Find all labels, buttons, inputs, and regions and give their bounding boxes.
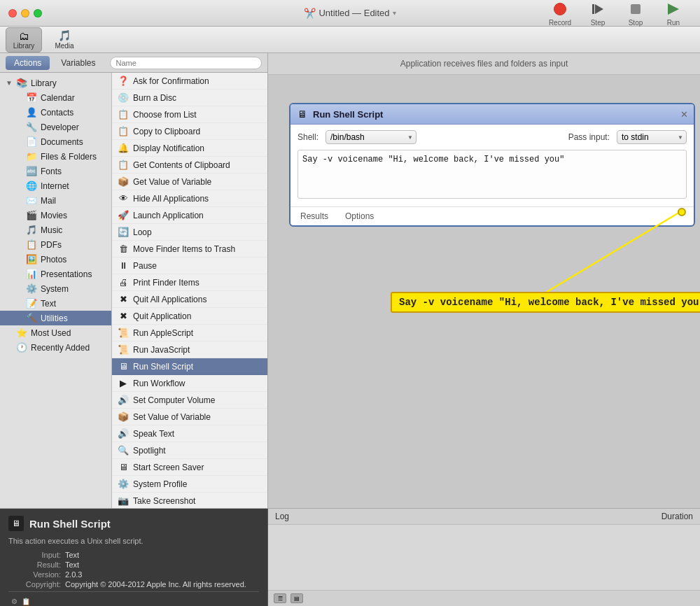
log-footer-btn1[interactable]: ☰ <box>274 593 286 603</box>
tree-item-most-used[interactable]: ⭐Most Used <box>0 325 111 340</box>
tree-item-system[interactable]: ⚙️System <box>0 281 111 296</box>
tree-item-calendar[interactable]: 📅Calendar <box>0 90 111 105</box>
tab-actions[interactable]: Actions <box>6 56 50 70</box>
action-item-choose-from-list[interactable]: 📋Choose from List <box>112 106 267 123</box>
info-val: Copyright © 2004-2012 Apple Inc. All rig… <box>65 580 259 589</box>
log-panel: Log Duration ☰ ▤ <box>268 509 700 606</box>
action-item-launch-application[interactable]: 🚀Launch Application <box>112 207 267 224</box>
action-item-label: Set Computer Volume <box>133 395 215 405</box>
action-item-get-contents-of-clipboard[interactable]: 📋Get Contents of Clipboard <box>112 157 267 174</box>
tree-item-documents[interactable]: 📄Documents <box>0 134 111 149</box>
record-icon <box>550 0 570 19</box>
tree-item-label: Utilities <box>41 313 68 323</box>
media-icon: 🎵 <box>58 29 71 42</box>
action-item-run-javascript[interactable]: 📜Run JavaScript <box>112 341 267 358</box>
action-item-speak-text[interactable]: 🔊Speak Text <box>112 425 267 442</box>
action-item-icon: 📋 <box>118 126 129 136</box>
tree-item-utilities[interactable]: 🔨Utilities <box>0 311 111 325</box>
tree-item-developer[interactable]: 🔧Developer <box>0 120 111 134</box>
tree-item-mail[interactable]: ✉️Mail <box>0 193 111 208</box>
action-item-spotlight[interactable]: 🔍Spotlight <box>112 442 267 459</box>
action-item-quit-application[interactable]: ✖Quit Application <box>112 308 267 325</box>
record-button[interactable]: Record <box>542 0 578 29</box>
action-item-burn-a-disc[interactable]: 💿Burn a Disc <box>112 90 267 106</box>
bottom-area: 🖥 Run Shell Script This action executes … <box>0 508 700 606</box>
tree-item-music[interactable]: 🎵Music <box>0 223 111 237</box>
action-item-run-workflow[interactable]: ▶Run Workflow <box>112 375 267 392</box>
log-footer: ☰ ▤ <box>268 590 700 606</box>
main-toolbar: 🗂 Library 🎵 Media <box>0 27 700 53</box>
tree-item-recently-added[interactable]: 🕐Recently Added <box>0 340 111 355</box>
action-item-run-applescript[interactable]: 📜Run AppleScript <box>112 325 267 341</box>
action-item-copy-to-clipboard[interactable]: 📋Copy to Clipboard <box>112 123 267 140</box>
action-item-ask-for-confirmation[interactable]: ❓Ask for Confirmation <box>112 73 267 90</box>
stop-button[interactable]: Stop <box>617 0 654 29</box>
tree-item-label: Text <box>41 299 56 309</box>
action-item-label: Launch Application <box>133 211 204 220</box>
tree-item-presentations[interactable]: 📊Presentations <box>0 267 111 281</box>
action-item-label: Choose from List <box>133 110 197 120</box>
shell-label: Shell: <box>298 132 318 142</box>
media-button[interactable]: 🎵 Media <box>46 27 83 52</box>
tree-item-icon: 🕐 <box>16 342 27 353</box>
tree-item-icon: 🔨 <box>26 313 37 323</box>
search-input[interactable] <box>110 57 262 69</box>
action-item-get-value-of-variable[interactable]: 📦Get Value of Variable <box>112 174 267 190</box>
action-item-set-value-of-variable[interactable]: 📦Set Value of Variable <box>112 409 267 425</box>
workflow-canvas[interactable]: 🖥 Run Shell Script ✕ Shell: /bin/bash /b… <box>268 75 700 508</box>
action-item-label: Print Finder Items <box>133 278 200 288</box>
run-button[interactable]: Run <box>655 0 692 29</box>
tree-item-files[interactable]: 📁Files & Folders <box>0 149 111 164</box>
action-item-label: Quit Application <box>133 311 191 321</box>
tree-item-label: Mail <box>41 196 56 206</box>
chevron-down-icon[interactable]: ▾ <box>393 9 396 17</box>
panel-footer-btn1[interactable]: ⚙ <box>11 598 18 605</box>
close-button[interactable] <box>8 9 17 17</box>
action-item-icon: 📦 <box>118 176 129 187</box>
action-item-print-finder-items[interactable]: 🖨Print Finder Items <box>112 274 267 291</box>
action-item-loop[interactable]: 🔄Loop <box>112 224 267 241</box>
tree-item-internet[interactable]: 🌐Internet <box>0 178 111 193</box>
action-block: 🖥 Run Shell Script ✕ Shell: /bin/bash /b… <box>289 103 695 227</box>
close-action-button[interactable]: ✕ <box>680 109 688 120</box>
pass-input-select[interactable]: to stdin as arguments <box>617 130 687 144</box>
tree-item-library[interactable]: ▼📚Library <box>0 76 111 90</box>
maximize-button[interactable] <box>34 9 42 17</box>
step-button[interactable]: Step <box>580 0 616 29</box>
results-tab[interactable]: Results <box>298 210 331 223</box>
shell-select[interactable]: /bin/bash /bin/sh /usr/bin/perl /usr/bin… <box>326 130 416 144</box>
action-item-move-finder-items-to-trash[interactable]: 🗑Move Finder Items to Trash <box>112 241 267 258</box>
action-item-icon: 📦 <box>118 411 129 422</box>
minimize-button[interactable] <box>21 9 29 17</box>
log-footer-btn2[interactable]: ▤ <box>290 593 303 603</box>
action-item-set-computer-volume[interactable]: 🔊Set Computer Volume <box>112 392 267 409</box>
script-textarea[interactable] <box>298 150 687 199</box>
action-item-label: Run Shell Script <box>133 362 193 372</box>
action-item-display-notification[interactable]: 🔔Display Notification <box>112 140 267 157</box>
tree-item-contacts[interactable]: 👤Contacts <box>0 105 111 120</box>
panel-footer-btn2[interactable]: 📋 <box>22 598 30 605</box>
info-description: This action executes a Unix shell script… <box>8 537 259 545</box>
tree-item-photos[interactable]: 🖼️Photos <box>0 252 111 267</box>
action-item-icon: ✖ <box>118 311 129 321</box>
action-item-start-screen-saver[interactable]: 🖥Start Screen Saver <box>112 459 267 476</box>
callout-box: Say -v voicename "Hi, welcome back, I've… <box>391 292 700 313</box>
action-item-quit-all-applications[interactable]: ✖Quit All Applications <box>112 291 267 308</box>
action-item-label: Run Workflow <box>133 379 185 388</box>
tab-variables[interactable]: Variables <box>52 56 104 70</box>
tree-item-text[interactable]: 📝Text <box>0 296 111 311</box>
action-item-run-shell-script[interactable]: 🖥Run Shell Script <box>112 358 267 375</box>
tree-item-label: PDFs <box>41 240 62 250</box>
tree-item-fonts[interactable]: 🔤Fonts <box>0 164 111 178</box>
library-button[interactable]: 🗂 Library <box>6 27 42 52</box>
options-tab[interactable]: Options <box>342 210 377 223</box>
action-item-take-screenshot[interactable]: 📷Take Screenshot <box>112 493 267 508</box>
tree-item-pdfs[interactable]: 📋PDFs <box>0 237 111 252</box>
callout-text: Say -v voicename "Hi, welcome back, I've… <box>399 297 700 308</box>
action-item-pause[interactable]: ⏸Pause <box>112 258 267 274</box>
tree-item-icon: 👤 <box>26 107 37 118</box>
action-item-system-profile[interactable]: ⚙️System Profile <box>112 476 267 493</box>
tree-item-movies[interactable]: 🎬Movies <box>0 208 111 223</box>
action-item-hide-all-applications[interactable]: 👁Hide All Applications <box>112 190 267 207</box>
action-item-icon: 🔔 <box>118 143 129 153</box>
